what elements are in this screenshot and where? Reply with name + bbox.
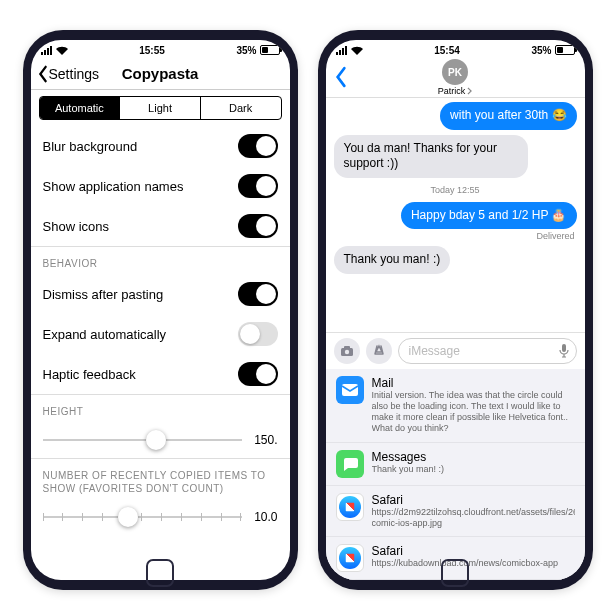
row-dismiss-after-pasting: Dismiss after pasting (31, 274, 290, 314)
screen-right: 15:54 35% PK Patrick with you after 30th… (326, 40, 585, 580)
clip-title: Mail (372, 376, 575, 390)
back-button[interactable]: Settings (37, 65, 100, 83)
status-bar: 15:55 35% (31, 40, 290, 58)
toggle-haptic-feedback[interactable] (238, 362, 278, 386)
section-header-count: NUMBER OF RECENTLY COPIED ITEMS TO SHOW … (31, 458, 290, 499)
nav-bar: Settings Copypasta (31, 58, 290, 90)
row-label: Show icons (43, 219, 109, 234)
toggle-expand-automatically[interactable] (238, 322, 278, 346)
section-header-height: HEIGHT (31, 394, 290, 422)
status-time: 15:54 (434, 45, 460, 56)
message-input[interactable]: iMessage (398, 338, 577, 364)
appstore-icon (372, 344, 386, 358)
camera-icon (340, 345, 354, 357)
safari-icon (336, 493, 364, 521)
clip-title: Safari (372, 493, 575, 507)
timestamp: Today 12:55 (334, 185, 577, 195)
contact-name-label: Patrick (438, 86, 466, 96)
conversation-header: PK Patrick (326, 58, 585, 98)
chevron-right-icon (467, 87, 472, 95)
row-haptic-feedback: Haptic feedback (31, 354, 290, 394)
row-show-app-names: Show application names (31, 166, 290, 206)
svg-rect-1 (344, 346, 350, 349)
toggle-dismiss-after-pasting[interactable] (238, 282, 278, 306)
row-expand-automatically: Expand automatically (31, 314, 290, 354)
back-label: Settings (49, 66, 100, 82)
row-label: Blur background (43, 139, 138, 154)
message-out[interactable]: with you after 30th 😂 (440, 102, 576, 130)
messages-icon (336, 450, 364, 478)
message-out[interactable]: Happy bday 5 and 1/2 HP 🎂 (401, 202, 577, 230)
wifi-icon (56, 46, 68, 55)
contact-avatar[interactable]: PK (442, 59, 468, 85)
status-bar: 15:54 35% (326, 40, 585, 58)
height-value: 150. (250, 433, 278, 447)
slider-row-count: 10.0 (31, 499, 290, 535)
row-blur-background: Blur background (31, 126, 290, 166)
slider-row-height: 150. (31, 422, 290, 458)
segment-light[interactable]: Light (120, 97, 201, 119)
row-show-icons: Show icons (31, 206, 290, 246)
toggle-blur-background[interactable] (238, 134, 278, 158)
chevron-left-icon (37, 65, 49, 83)
row-label: Dismiss after pasting (43, 287, 164, 302)
toggle-show-icons[interactable] (238, 214, 278, 238)
svg-rect-4 (342, 384, 358, 396)
clip-subtitle: Thank you man! :) (372, 464, 575, 475)
clip-subtitle: Initial version. The idea was that the c… (372, 390, 575, 435)
clip-title: Messages (372, 450, 575, 464)
message-in[interactable]: Thank you man! :) (334, 246, 451, 274)
clip-item-safari[interactable]: Safari https://d2m922tilzohsq.cloudfront… (326, 486, 585, 538)
row-label: Haptic feedback (43, 367, 136, 382)
clip-subtitle: https://kubadownload.com/news/comicbox-a… (372, 558, 575, 569)
segment-dark[interactable]: Dark (201, 97, 281, 119)
message-in[interactable]: You da man! Thanks for your support :)) (334, 135, 528, 178)
toggle-show-app-names[interactable] (238, 174, 278, 198)
theme-segmented-control[interactable]: Automatic Light Dark (39, 96, 282, 120)
svg-point-2 (344, 349, 348, 353)
page-title: Copypasta (122, 65, 199, 82)
phone-right: 15:54 35% PK Patrick with you after 30th… (318, 30, 593, 590)
row-label: Show application names (43, 179, 184, 194)
wifi-icon (351, 46, 363, 55)
phone-left: 15:55 35% Settings Copypasta Automatic L… (23, 30, 298, 590)
battery-icon (260, 45, 280, 55)
count-value: 10.0 (250, 510, 278, 524)
camera-button[interactable] (334, 338, 360, 364)
mail-icon (336, 376, 364, 404)
placeholder: iMessage (409, 344, 460, 358)
battery-icon (555, 45, 575, 55)
screen-left: 15:55 35% Settings Copypasta Automatic L… (31, 40, 290, 580)
section-header-behavior: BEHAVIOR (31, 246, 290, 274)
clip-item-messages[interactable]: Messages Thank you man! :) (326, 443, 585, 486)
clipboard-panel: Mail Initial version. The idea was that … (326, 369, 585, 581)
battery-percent: 35% (236, 45, 256, 56)
status-time: 15:55 (139, 45, 165, 56)
appstore-button[interactable] (366, 338, 392, 364)
count-slider[interactable] (43, 505, 242, 529)
svg-rect-3 (562, 344, 566, 352)
clip-item-mail[interactable]: Mail Initial version. The idea was that … (326, 369, 585, 443)
contact-name[interactable]: Patrick (438, 86, 473, 96)
delivered-label: Delivered (536, 231, 574, 241)
segment-automatic[interactable]: Automatic (40, 97, 121, 119)
message-list[interactable]: with you after 30th 😂 You da man! Thanks… (326, 98, 585, 332)
clip-subtitle: https://d2m922tilzohsq.cloudfront.net/as… (372, 507, 575, 530)
row-label: Expand automatically (43, 327, 167, 342)
microphone-icon[interactable] (558, 343, 570, 359)
chevron-left-icon (334, 66, 348, 88)
signal-icon (41, 46, 52, 55)
battery-percent: 35% (531, 45, 551, 56)
safari-icon (336, 544, 364, 572)
height-slider[interactable] (43, 428, 242, 452)
message-input-bar: iMessage (326, 332, 585, 369)
home-button[interactable] (146, 559, 174, 587)
home-button[interactable] (441, 559, 469, 587)
clip-title: Safari (372, 544, 575, 558)
signal-icon (336, 46, 347, 55)
back-button[interactable] (334, 66, 348, 92)
